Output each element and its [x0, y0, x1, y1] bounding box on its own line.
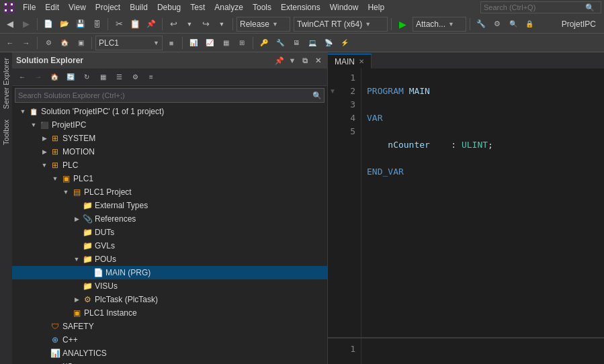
t2-btn8[interactable]: 📈 [202, 36, 217, 50]
pin-btn[interactable]: 📌 [274, 55, 285, 66]
motion-expander[interactable]: ▶ [39, 148, 50, 155]
new-project-btn[interactable]: 📄 [41, 17, 56, 32]
menu-view[interactable]: View [64, 1, 90, 13]
cut-btn[interactable]: ✂ [112, 17, 126, 32]
se-view-btn[interactable]: ☰ [112, 70, 126, 85]
tree-plctask[interactable]: ▶ ⚙ PlcTask (PlcTask) [12, 293, 327, 306]
extra-btn4[interactable]: 🔒 [522, 17, 537, 32]
se-search-container[interactable]: 🔍 [15, 88, 325, 103]
se-props-btn[interactable]: ≡ [144, 70, 159, 85]
solution-expander[interactable]: ▼ [17, 108, 28, 115]
tree-motion[interactable]: ▶ ⊞ MOTION [12, 145, 327, 158]
redo-dropdown[interactable]: ▼ [214, 17, 229, 32]
panel-menu-btn[interactable]: ▼ [287, 55, 298, 66]
toolbox-tab[interactable]: Toolbox [1, 114, 11, 150]
menu-edit[interactable]: Edit [41, 1, 63, 13]
t2-btn3[interactable]: ⚙ [41, 36, 56, 50]
plctask-expander[interactable]: ▶ [71, 296, 82, 303]
se-home-btn[interactable]: 🏠 [47, 70, 62, 85]
t2-btn4[interactable]: 🏠 [57, 36, 72, 50]
se-sync-btn[interactable]: 🔄 [63, 70, 78, 85]
menu-extensions[interactable]: Extensions [277, 1, 325, 13]
attach-dropdown[interactable]: Attach... ▼ [413, 17, 466, 32]
menu-window[interactable]: Window [326, 1, 363, 13]
tree-cpp[interactable]: ⊕ C++ [12, 333, 327, 347]
references-expander[interactable]: ▶ [71, 216, 82, 222]
copy-btn[interactable]: 📋 [128, 17, 142, 32]
tree-system[interactable]: ▶ ⊞ SYSTEM [12, 132, 327, 145]
implementation-code[interactable]: nCounter := nCounter + 1; [361, 338, 604, 364]
open-btn[interactable]: 📂 [57, 17, 72, 32]
t2-btn12[interactable]: 🔧 [273, 36, 288, 50]
menu-search-input[interactable] [481, 3, 585, 11]
t2-btn7[interactable]: 📊 [186, 36, 201, 50]
tree-safety[interactable]: 🛡 SAFETY [12, 320, 327, 333]
tree-plc[interactable]: ▼ ⊞ PLC [12, 158, 327, 172]
tree-plc1instance[interactable]: ▣ PLC1 Instance [12, 306, 327, 320]
configuration-dropdown[interactable]: Release ▼ [236, 17, 290, 32]
menu-build[interactable]: Build [126, 1, 152, 13]
extra-btn1[interactable]: 🔧 [474, 17, 488, 32]
tree-plc1[interactable]: ▼ ▣ PLC1 [12, 172, 327, 185]
tree-gvls[interactable]: 📁 GVLs [12, 239, 327, 253]
tree-references[interactable]: ▶ 📎 References [12, 212, 327, 226]
forward-btn[interactable]: ▶ [19, 17, 34, 32]
extra-btn3[interactable]: 🔍 [506, 17, 521, 32]
plc-expander[interactable]: ▼ [39, 162, 50, 169]
t2-btn1[interactable]: ← [3, 36, 17, 50]
tree-pous[interactable]: ▼ 📁 POUs [12, 253, 327, 266]
menu-help[interactable]: Help [363, 1, 388, 13]
t2-btn5[interactable]: ▣ [73, 36, 88, 50]
plc1project-expander[interactable]: ▼ [60, 189, 71, 195]
declarations-section[interactable]: ▼ 1 2 3 4 5 PROGRAM MAIN VAR [328, 69, 604, 338]
undo-dropdown[interactable]: ▼ [182, 17, 197, 32]
float-btn[interactable]: ⧉ [300, 55, 310, 66]
menu-test[interactable]: Test [186, 1, 209, 13]
projetipc-expander[interactable]: ▼ [28, 122, 39, 128]
tree-externaltypes[interactable]: 📁 External Types [12, 199, 327, 212]
t2-btn13[interactable]: 🖥 [289, 36, 304, 50]
platform-dropdown[interactable]: TwinCAT RT (x64) ▼ [294, 17, 388, 32]
menu-project[interactable]: Project [91, 1, 124, 13]
server-explorer-tab[interactable]: Server Explorer [1, 52, 11, 114]
save-all-btn[interactable]: 🗄 [89, 17, 104, 32]
tree-projetipc[interactable]: ▼ ⬛ ProjetIPC [12, 118, 327, 132]
t2-btn10[interactable]: ⊞ [234, 36, 249, 50]
declarations-code[interactable]: PROGRAM MAIN VAR nCounter : ULINT; END_V… [361, 69, 604, 337]
close-panel-btn[interactable]: ✕ [312, 55, 323, 66]
undo-btn[interactable]: ↩ [166, 17, 181, 32]
tab-main[interactable]: MAIN ✕ [328, 54, 372, 69]
extra-btn2[interactable]: ⚙ [490, 17, 505, 32]
t2-btn9[interactable]: ▦ [218, 36, 233, 50]
menu-tools[interactable]: Tools [249, 1, 275, 13]
implementation-section[interactable]: 1 nCounter := nCounter + 1; [328, 338, 604, 364]
menu-debug[interactable]: Debug [153, 1, 185, 13]
se-refresh-btn[interactable]: ↻ [79, 70, 94, 85]
se-search-input[interactable] [15, 91, 312, 99]
redo-btn[interactable]: ↪ [198, 17, 213, 32]
t2-btn14[interactable]: 💻 [305, 36, 320, 50]
t2-btn6[interactable]: ■ [164, 36, 179, 50]
tree-analytics[interactable]: 📊 ANALYTICS [12, 347, 327, 360]
menu-file[interactable]: File [19, 1, 40, 13]
tree-io[interactable]: ▶ ⊞ I/O [12, 360, 327, 364]
se-back-btn[interactable]: ← [15, 70, 30, 85]
tree-visus[interactable]: 📁 VISUs [12, 279, 327, 293]
start-btn[interactable]: ▶ [395, 17, 410, 32]
tree-solution[interactable]: ▼ 📋 Solution 'ProjetIPC' (1 of 1 project… [12, 105, 327, 118]
system-expander[interactable]: ▶ [39, 135, 50, 142]
t2-btn2[interactable]: → [19, 36, 34, 50]
plc1-expander[interactable]: ▼ [50, 175, 60, 182]
se-filter-btn[interactable]: ▦ [95, 70, 110, 85]
tree-duts[interactable]: 📁 DUTs [12, 226, 327, 239]
plc-dropdown[interactable]: PLC1 ▼ [95, 36, 163, 50]
tree-main[interactable]: 📄 MAIN (PRG) [12, 266, 327, 279]
tree-plc1project[interactable]: ▼ ▤ PLC1 Project [12, 185, 327, 199]
t2-btn16[interactable]: ⚡ [337, 36, 352, 50]
tab-close-btn[interactable]: ✕ [359, 58, 364, 65]
menu-search-box[interactable]: 🔍 [480, 1, 601, 13]
t2-btn15[interactable]: 📡 [321, 36, 336, 50]
back-btn[interactable]: ◀ [3, 17, 17, 32]
save-btn[interactable]: 💾 [73, 17, 88, 32]
paste-btn[interactable]: 📌 [144, 17, 159, 32]
